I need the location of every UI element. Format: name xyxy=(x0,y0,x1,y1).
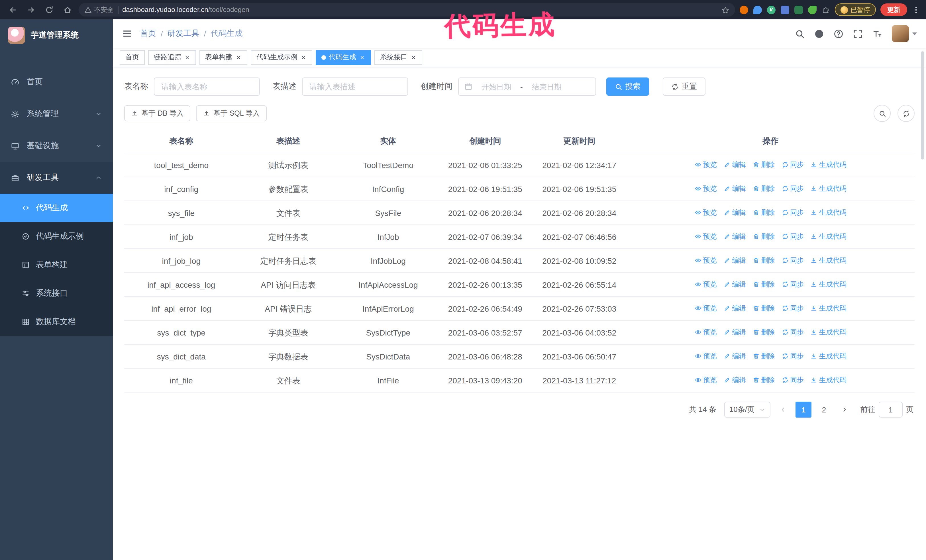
fullscreen-button[interactable] xyxy=(853,29,863,38)
preview-link[interactable]: 预览 xyxy=(694,326,717,338)
sidebar-item-devtools[interactable]: 研发工具 xyxy=(0,162,113,194)
delete-link[interactable]: 删除 xyxy=(752,182,775,195)
user-menu[interactable] xyxy=(892,25,917,42)
bookmark-star-icon[interactable] xyxy=(721,5,729,15)
preview-link[interactable]: 预览 xyxy=(694,158,717,171)
preview-link[interactable]: 预览 xyxy=(694,230,717,243)
end-date-input[interactable] xyxy=(526,82,567,91)
sync-link[interactable]: 同步 xyxy=(782,254,804,267)
preview-link[interactable]: 预览 xyxy=(694,206,717,219)
sync-link[interactable]: 同步 xyxy=(782,278,804,291)
generate-code-link[interactable]: 生成代码 xyxy=(811,206,846,219)
tab-codegen-example[interactable]: 代码生成示例 × xyxy=(251,50,312,65)
sync-link[interactable]: 同步 xyxy=(782,206,804,219)
close-icon[interactable]: × xyxy=(359,53,365,61)
tab-api[interactable]: 系统接口 × xyxy=(374,50,422,65)
create-time-range-picker[interactable]: - xyxy=(458,77,596,96)
extensions-puzzle-icon[interactable] xyxy=(822,5,830,14)
goto-page-input[interactable] xyxy=(879,402,903,418)
address-bar[interactable]: 不安全 dashboard.yudao.iocoder.cn/tool/code… xyxy=(79,3,735,17)
extension-icon[interactable] xyxy=(794,5,803,14)
browser-menu-kebab-icon[interactable] xyxy=(912,5,920,15)
close-icon[interactable]: × xyxy=(184,53,190,61)
extension-icon[interactable] xyxy=(808,5,816,14)
next-page-button[interactable] xyxy=(837,402,852,418)
header-search-button[interactable] xyxy=(795,29,805,38)
generate-code-link[interactable]: 生成代码 xyxy=(811,374,846,386)
vue-devtools-extension-icon[interactable]: V xyxy=(767,5,775,14)
docs-help-button[interactable] xyxy=(834,29,843,38)
sync-link[interactable]: 同步 xyxy=(782,158,804,171)
close-icon[interactable]: × xyxy=(410,53,416,61)
generate-code-link[interactable]: 生成代码 xyxy=(811,182,846,195)
edit-link[interactable]: 编辑 xyxy=(723,326,746,338)
page-size-select[interactable]: 10条/页 xyxy=(724,402,770,418)
start-date-input[interactable] xyxy=(476,82,517,91)
github-link[interactable] xyxy=(814,29,824,38)
table-desc-input[interactable] xyxy=(302,77,408,96)
toggle-search-button[interactable] xyxy=(873,105,891,122)
extension-icon[interactable] xyxy=(753,5,762,14)
preview-link[interactable]: 预览 xyxy=(694,350,717,362)
import-sql-button[interactable]: 基于 SQL 导入 xyxy=(196,106,267,121)
delete-link[interactable]: 删除 xyxy=(752,326,775,338)
generate-code-link[interactable]: 生成代码 xyxy=(811,278,846,291)
preview-link[interactable]: 预览 xyxy=(694,374,717,386)
edit-link[interactable]: 编辑 xyxy=(723,302,746,314)
browser-reload-button[interactable] xyxy=(42,3,56,17)
table-name-input[interactable] xyxy=(154,77,260,96)
search-button[interactable]: 搜索 xyxy=(606,77,649,96)
page-number-1[interactable]: 1 xyxy=(796,402,811,418)
breadcrumb-home[interactable]: 首页 xyxy=(140,29,156,39)
prev-page-button[interactable] xyxy=(775,402,791,418)
import-db-button[interactable]: 基于 DB 导入 xyxy=(124,106,191,121)
generate-code-link[interactable]: 生成代码 xyxy=(811,350,846,362)
preview-link[interactable]: 预览 xyxy=(694,278,717,291)
sync-link[interactable]: 同步 xyxy=(782,326,804,338)
sidebar-item-api[interactable]: 系统接口 xyxy=(0,279,113,308)
generate-code-link[interactable]: 生成代码 xyxy=(811,158,846,171)
delete-link[interactable]: 删除 xyxy=(752,158,775,171)
delete-link[interactable]: 删除 xyxy=(752,206,775,219)
app-logo[interactable]: 芋道管理系统 xyxy=(0,20,113,51)
edit-link[interactable]: 编辑 xyxy=(723,206,746,219)
browser-back-button[interactable] xyxy=(6,3,20,17)
sidebar-item-form-builder[interactable]: 表单构建 xyxy=(0,251,113,279)
delete-link[interactable]: 删除 xyxy=(752,278,775,291)
edit-link[interactable]: 编辑 xyxy=(723,182,746,195)
edit-link[interactable]: 编辑 xyxy=(723,374,746,386)
close-icon[interactable]: × xyxy=(235,53,242,61)
tab-form-builder[interactable]: 表单构建 × xyxy=(200,50,247,65)
browser-update-button[interactable]: 更新 xyxy=(881,3,907,16)
sidebar-item-codegen[interactable]: 代码生成 xyxy=(0,194,113,222)
preview-link[interactable]: 预览 xyxy=(694,254,717,267)
generate-code-link[interactable]: 生成代码 xyxy=(811,302,846,314)
sidebar-item-codegen-example[interactable]: 代码生成示例 xyxy=(0,222,113,251)
generate-code-link[interactable]: 生成代码 xyxy=(811,254,846,267)
extension-icon[interactable] xyxy=(781,5,789,14)
delete-link[interactable]: 删除 xyxy=(752,302,775,314)
scrollbar-thumb[interactable] xyxy=(921,51,924,160)
delete-link[interactable]: 删除 xyxy=(752,230,775,243)
sidebar-item-infra[interactable]: 基础设施 xyxy=(0,130,113,162)
preview-link[interactable]: 预览 xyxy=(694,182,717,195)
reset-button[interactable]: 重置 xyxy=(663,77,705,96)
delete-link[interactable]: 删除 xyxy=(752,350,775,362)
sync-link[interactable]: 同步 xyxy=(782,302,804,314)
security-indicator[interactable]: 不安全 xyxy=(84,5,114,14)
generate-code-link[interactable]: 生成代码 xyxy=(811,326,846,338)
browser-forward-button[interactable] xyxy=(24,3,38,17)
sync-link[interactable]: 同步 xyxy=(782,350,804,362)
tab-home[interactable]: 首页 xyxy=(120,50,145,65)
page-number-2[interactable]: 2 xyxy=(816,402,832,418)
sync-link[interactable]: 同步 xyxy=(782,182,804,195)
edit-link[interactable]: 编辑 xyxy=(723,254,746,267)
tab-tracing[interactable]: 链路追踪 × xyxy=(148,50,196,65)
tab-codegen[interactable]: 代码生成 × xyxy=(316,50,371,65)
generate-code-link[interactable]: 生成代码 xyxy=(811,230,846,243)
extension-icon[interactable] xyxy=(739,5,748,14)
sync-link[interactable]: 同步 xyxy=(782,374,804,386)
preview-link[interactable]: 预览 xyxy=(694,302,717,314)
sync-link[interactable]: 同步 xyxy=(782,230,804,243)
browser-home-button[interactable] xyxy=(61,3,74,17)
